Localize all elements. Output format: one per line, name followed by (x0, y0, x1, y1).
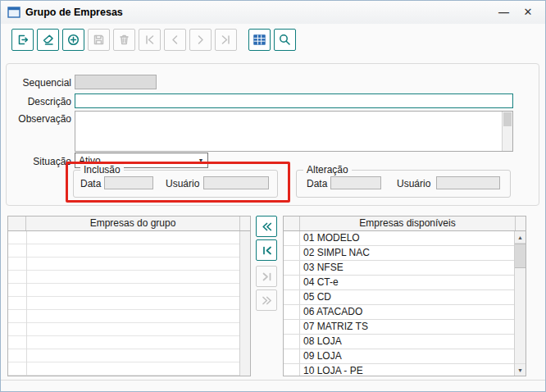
inclusao-data-label: Data (80, 178, 101, 189)
prior-record-button[interactable] (164, 29, 186, 51)
row-selector-cell[interactable] (284, 231, 300, 245)
group-companies-table: Empresas do grupo (7, 216, 251, 376)
chevron-right-bar-icon (260, 270, 274, 284)
available-companies-table: Empresas disponíveis 01 MODELO 02 SIMPL … (283, 216, 526, 376)
group-table-body[interactable] (8, 231, 239, 376)
row-selector-cell[interactable] (284, 246, 300, 260)
alteracao-data-field[interactable] (330, 176, 381, 189)
company-name-cell: 01 MODELO (300, 231, 514, 245)
alteracao-usuario-label: Usuário (397, 178, 430, 189)
company-name-cell: 06 ATACADO (300, 305, 514, 319)
row-selector-cell[interactable] (284, 276, 300, 289)
delete-button[interactable] (113, 29, 135, 51)
sequencial-field[interactable] (75, 75, 157, 89)
table-row[interactable]: 03 NFSE (284, 261, 514, 276)
situacao-label: Situação (1, 156, 71, 167)
selector-column-header (8, 217, 26, 230)
titlebar[interactable]: Grupo de Empresas — ✕ (1, 1, 545, 24)
search-button[interactable] (274, 29, 296, 51)
descricao-field[interactable] (75, 93, 513, 108)
table-grid-icon (253, 33, 266, 47)
company-name-cell: 07 MATRIZ TS (300, 320, 514, 334)
exit-door-arrow-icon (16, 33, 30, 47)
minimize-button[interactable]: — (493, 4, 514, 21)
selector-column-header (284, 217, 300, 230)
add-button[interactable] (62, 29, 84, 51)
company-name-cell: 02 SIMPL NAC (300, 246, 514, 260)
alteracao-data-label: Data (307, 178, 327, 189)
inclusao-data-field[interactable] (104, 176, 153, 189)
row-selector-cell[interactable] (284, 335, 300, 349)
descricao-label: Descrição (1, 96, 71, 107)
company-name-cell: 03 NFSE (300, 261, 514, 275)
inclusao-usuario-field[interactable] (203, 176, 269, 189)
move-right-button[interactable] (256, 266, 277, 287)
table-row[interactable]: 05 CD (284, 290, 514, 305)
inclusao-title: Inclusão (80, 164, 124, 175)
table-row[interactable]: 02 SIMPL NAC (284, 246, 514, 261)
table-row[interactable]: 04 CT-e (284, 276, 514, 290)
last-record-icon (219, 33, 233, 47)
chevron-down-icon[interactable]: ▼ (194, 157, 207, 163)
row-selector-cell[interactable] (284, 261, 300, 275)
company-name-cell: 09 LOJA (300, 349, 514, 363)
table-row[interactable]: 10 LOJA - PE (284, 364, 514, 376)
row-selector-cell[interactable] (284, 305, 300, 319)
group-table-scrollbar[interactable] (239, 231, 250, 376)
table-row[interactable]: 07 MATRIZ TS (284, 320, 514, 335)
table-row[interactable]: 06 ATACADO (284, 305, 514, 320)
grid-button[interactable] (248, 29, 271, 51)
inclusao-usuario-label: Usuário (166, 178, 199, 189)
row-selector-cell[interactable] (284, 349, 300, 363)
first-record-button[interactable] (139, 29, 161, 51)
header-scrollbar-gap (516, 217, 526, 230)
company-name-cell: 10 LOJA - PE (300, 364, 514, 376)
scrollbar-thumb[interactable] (503, 112, 512, 126)
available-table-body: 01 MODELO 02 SIMPL NAC 03 NFSE 04 CT-e 0… (284, 231, 514, 376)
scrollbar-thumb[interactable] (515, 244, 526, 268)
observacao-scrollbar[interactable] (502, 112, 512, 151)
table-row[interactable]: 09 LOJA (284, 349, 514, 364)
alteracao-title: Alteração (303, 164, 352, 175)
next-record-button[interactable] (189, 29, 212, 51)
scroll-down-icon[interactable]: ▼ (515, 363, 526, 376)
row-selector-cell[interactable] (284, 364, 300, 376)
alteracao-usuario-field[interactable] (436, 176, 500, 189)
observacao-field[interactable] (75, 111, 513, 152)
company-name-cell: 08 LOJA (300, 335, 514, 349)
table-row[interactable]: 08 LOJA (284, 335, 514, 349)
table-row[interactable]: 01 MODELO (284, 231, 514, 246)
last-record-button[interactable] (215, 29, 237, 51)
company-name-cell: 04 CT-e (300, 276, 514, 289)
next-record-icon (193, 33, 207, 47)
toolbar (11, 29, 296, 51)
plus-circle-icon (66, 33, 80, 47)
available-table-header: Empresas disponíveis (284, 217, 526, 231)
available-table-scrollbar[interactable]: ▲ ▼ (514, 231, 526, 376)
inclusao-groupbox: Inclusão Data Usuário (73, 170, 278, 198)
eraser-icon (41, 33, 55, 47)
move-all-left-button[interactable] (256, 216, 277, 237)
group-table-header: Empresas do grupo (8, 217, 250, 231)
group-table-header-label: Empresas do grupo (26, 217, 240, 230)
clear-button[interactable] (37, 29, 59, 51)
exit-button[interactable] (11, 29, 34, 51)
grupo-de-empresas-window: Grupo de Empresas — ✕ (0, 0, 546, 392)
scroll-up-icon[interactable]: ▲ (515, 231, 526, 244)
row-selector-cell[interactable] (284, 320, 300, 334)
close-button[interactable]: ✕ (517, 4, 539, 21)
row-selector-cell[interactable] (284, 290, 300, 304)
save-button[interactable] (88, 29, 110, 51)
move-left-button[interactable] (256, 239, 277, 261)
group-table-column-divider (26, 231, 27, 376)
move-all-right-button[interactable] (256, 289, 277, 311)
trash-icon (117, 33, 131, 47)
window-title: Grupo de Empresas (25, 7, 123, 18)
header-scrollbar-gap (240, 217, 250, 230)
bar-chevron-left-icon (260, 244, 274, 258)
window-icon (7, 7, 20, 18)
prior-record-icon (168, 33, 182, 47)
toolbar-spacer (240, 29, 245, 51)
bottom-divider (1, 380, 545, 381)
available-table-header-label: Empresas disponíveis (300, 217, 516, 230)
